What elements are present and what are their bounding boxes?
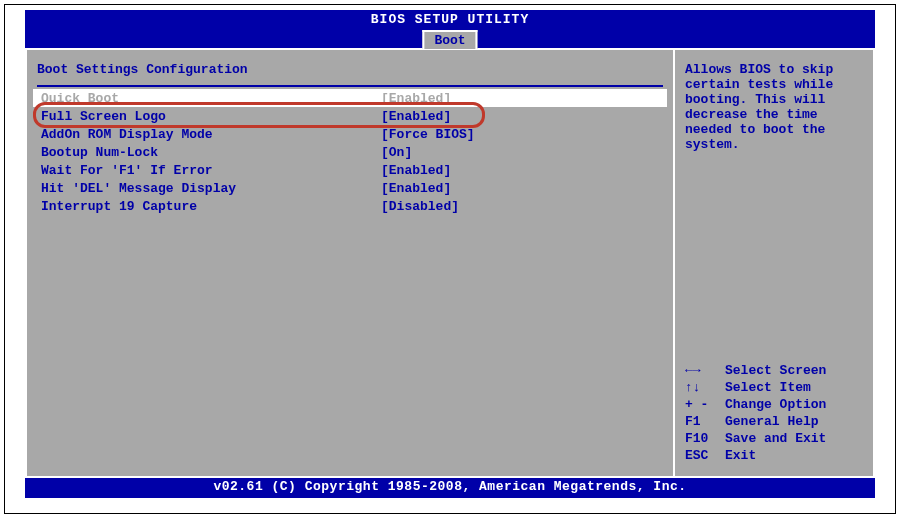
copyright-text: v02.61 (C) Copyright 1985-2008, American… (213, 479, 686, 494)
help-pane: Allows BIOS to skip certain tests while … (675, 50, 875, 478)
legend-action: Change Option (725, 396, 826, 413)
setting-label: Wait For 'F1' If Error (41, 163, 381, 178)
main-area: Boot Settings Configuration Quick Boot [… (25, 50, 875, 478)
window-frame: BIOS SETUP UTILITY Boot Boot Settings Co… (4, 4, 896, 514)
setting-row[interactable]: Hit 'DEL' Message Display [Enabled] (37, 179, 663, 197)
setting-label: Bootup Num-Lock (41, 145, 381, 160)
app-title: BIOS SETUP UTILITY (371, 12, 529, 27)
legend-row: + - Change Option (685, 396, 863, 413)
setting-row[interactable]: Bootup Num-Lock [On] (37, 143, 663, 161)
setting-label: AddOn ROM Display Mode (41, 127, 381, 142)
title-bar: BIOS SETUP UTILITY (25, 10, 875, 30)
setting-row[interactable]: Full Screen Logo [Enabled] (37, 107, 663, 125)
legend-key: + - (685, 396, 725, 413)
setting-row[interactable]: AddOn ROM Display Mode [Force BIOS] (37, 125, 663, 143)
setting-value: [Force BIOS] (381, 127, 475, 142)
setting-label: Full Screen Logo (41, 109, 381, 124)
legend-row: ←→ Select Screen (685, 362, 863, 379)
legend-action: Save and Exit (725, 430, 826, 447)
setting-value: [Enabled] (381, 109, 451, 124)
divider (37, 85, 663, 87)
legend-action: General Help (725, 413, 819, 430)
help-text: Allows BIOS to skip certain tests while … (685, 62, 863, 152)
setting-value: [Enabled] (381, 163, 451, 178)
setting-label: Hit 'DEL' Message Display (41, 181, 381, 196)
section-title: Boot Settings Configuration (37, 62, 663, 77)
setting-value: [Enabled] (381, 181, 451, 196)
setting-value: [Disabled] (381, 199, 459, 214)
legend-key: ←→ (685, 362, 725, 379)
legend-key: F10 (685, 430, 725, 447)
tab-boot[interactable]: Boot (422, 30, 477, 49)
legend-action: Exit (725, 447, 756, 464)
setting-row[interactable]: Interrupt 19 Capture [Disabled] (37, 197, 663, 215)
footer: v02.61 (C) Copyright 1985-2008, American… (25, 478, 875, 496)
key-legend: ←→ Select Screen ↑↓ Select Item + - Chan… (685, 362, 863, 464)
tab-label: Boot (434, 33, 465, 48)
legend-key: F1 (685, 413, 725, 430)
legend-row: ↑↓ Select Item (685, 379, 863, 396)
legend-action: Select Item (725, 379, 811, 396)
setting-value: [Enabled] (381, 91, 451, 106)
settings-pane: Boot Settings Configuration Quick Boot [… (25, 50, 675, 478)
tab-row: Boot (25, 30, 875, 50)
legend-row: F10 Save and Exit (685, 430, 863, 447)
legend-key: ESC (685, 447, 725, 464)
legend-row: ESC Exit (685, 447, 863, 464)
setting-row[interactable]: Wait For 'F1' If Error [Enabled] (37, 161, 663, 179)
legend-action: Select Screen (725, 362, 826, 379)
setting-value: [On] (381, 145, 412, 160)
setting-label: Interrupt 19 Capture (41, 199, 381, 214)
bios-screen: BIOS SETUP UTILITY Boot Boot Settings Co… (25, 10, 875, 498)
legend-key: ↑↓ (685, 379, 725, 396)
legend-row: F1 General Help (685, 413, 863, 430)
setting-label: Quick Boot (41, 91, 381, 106)
setting-row[interactable]: Quick Boot [Enabled] (33, 89, 667, 107)
